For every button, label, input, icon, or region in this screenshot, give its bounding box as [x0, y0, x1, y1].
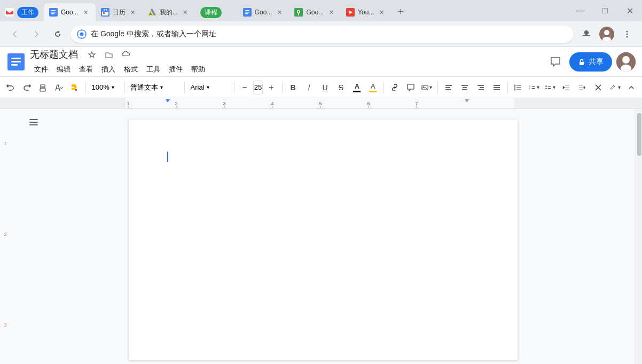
svg-point-47 — [545, 88, 546, 89]
bold-button[interactable]: B — [285, 80, 300, 95]
text-color-button[interactable]: A — [349, 80, 364, 95]
page-num-2: 2 — [0, 232, 11, 237]
menu-format[interactable]: 格式 — [120, 62, 142, 76]
insert-link-button[interactable] — [387, 80, 402, 95]
profile-avatar[interactable] — [599, 27, 614, 42]
close-button[interactable]: ✕ — [617, 0, 642, 21]
tab-calendar-close[interactable]: ✕ — [129, 8, 137, 17]
tab-goo2-close[interactable]: ✕ — [275, 8, 284, 17]
tab-drive[interactable]: 我的... ✕ — [143, 3, 195, 21]
tab-bar: 工作 Goo... ✕ — [0, 0, 642, 21]
cloud-save-button[interactable] — [119, 48, 134, 62]
zoom-select[interactable]: 100% ▾ — [89, 81, 121, 94]
star-button[interactable] — [84, 48, 99, 62]
comment-button[interactable] — [546, 52, 565, 72]
svg-rect-4 — [51, 13, 54, 14]
docs-menu: 文件 编辑 查看 插入 格式 工具 插件 帮助 — [30, 62, 542, 76]
doc-scroll-area[interactable] — [11, 109, 636, 364]
document-title[interactable]: 无标题文档 — [30, 49, 78, 61]
indent-decrease-button[interactable] — [559, 80, 574, 95]
forward-button[interactable] — [28, 26, 45, 43]
chrome-menu-button[interactable] — [618, 26, 636, 43]
divider-2 — [124, 82, 125, 93]
font-select[interactable]: Arial ▾ — [188, 81, 231, 94]
align-left-button[interactable] — [441, 80, 456, 95]
address-input-wrap[interactable]: 在 Google 中搜索，或者输入一个网址 — [71, 26, 574, 43]
tab-maps-close[interactable]: ✕ — [327, 8, 335, 17]
tab-goo2[interactable]: Goo... ✕ — [238, 3, 289, 21]
redo-button[interactable] — [19, 80, 34, 95]
decrease-font-button[interactable]: − — [237, 80, 252, 95]
tab-course[interactable]: 课程 — [195, 3, 238, 21]
align-center-button[interactable] — [457, 80, 472, 95]
undo-button[interactable] — [3, 80, 18, 95]
print-button[interactable] — [35, 80, 50, 95]
docs-appbar-right: 共享 — [546, 52, 636, 72]
back-button[interactable] — [6, 26, 24, 43]
svg-rect-35 — [580, 62, 584, 65]
tab-docs[interactable]: Goo... ✕ — [44, 3, 96, 21]
chrome-menu-icon — [622, 29, 632, 39]
insert-comment-button[interactable] — [403, 80, 418, 95]
menu-edit[interactable]: 编辑 — [52, 62, 75, 76]
menu-plugins[interactable]: 插件 — [165, 62, 187, 76]
font-size-display[interactable]: 25 — [253, 81, 263, 94]
increase-font-button[interactable]: + — [264, 80, 279, 95]
clear-format-button[interactable] — [591, 80, 606, 95]
tab-gmail[interactable]: 工作 — [0, 3, 44, 21]
svg-rect-7 — [102, 10, 108, 12]
menu-help[interactable]: 帮助 — [187, 62, 209, 76]
move-to-folder-button[interactable] — [101, 48, 116, 62]
page-number-column: 1 2 3 — [0, 109, 11, 364]
italic-button[interactable]: I — [301, 80, 316, 95]
font-value: Arial — [191, 83, 205, 91]
expand-toolbar-button[interactable] — [624, 80, 639, 95]
document-page[interactable] — [129, 120, 518, 360]
zoom-value: 100% — [92, 83, 109, 91]
align-justify-button[interactable] — [489, 80, 504, 95]
minimize-button[interactable]: — — [568, 0, 593, 21]
menu-file[interactable]: 文件 — [30, 62, 52, 76]
menu-tools[interactable]: 工具 — [142, 62, 165, 76]
tab-youtube[interactable]: You... ✕ — [341, 3, 391, 21]
indent-increase-button[interactable] — [575, 80, 590, 95]
browser-frame: 工作 Goo... ✕ — [0, 0, 642, 364]
window-controls: — □ ✕ — [568, 0, 642, 21]
tab-docs-close[interactable]: ✕ — [82, 8, 90, 17]
image-chevron-icon: ▾ — [429, 84, 432, 90]
divider-4 — [234, 82, 234, 93]
address-text: 在 Google 中搜索，或者输入一个网址 — [91, 29, 567, 39]
editing-mode-button[interactable]: ▾ — [608, 80, 623, 95]
numbered-list-button[interactable]: 1.2. ▾ — [527, 80, 542, 95]
paint-format-button[interactable] — [67, 80, 82, 95]
style-chevron-icon: ▾ — [160, 84, 163, 90]
insert-image-button[interactable]: ▾ — [419, 80, 434, 95]
align-right-button[interactable] — [473, 80, 488, 95]
maximize-button[interactable]: □ — [593, 0, 617, 21]
tab-youtube-close[interactable]: ✕ — [377, 8, 386, 17]
tab-calendar[interactable]: 日历 ✕ — [96, 3, 143, 21]
svg-rect-8 — [104, 9, 105, 11]
tab-maps[interactable]: Goo... ✕ — [289, 3, 341, 21]
outline-toggle[interactable] — [26, 114, 42, 130]
underline-button[interactable]: U — [317, 80, 332, 95]
scrollbar-thumb[interactable] — [637, 113, 641, 156]
extensions-button[interactable] — [578, 26, 595, 43]
highlight-button[interactable]: A — [365, 80, 380, 95]
share-button[interactable]: 共享 — [569, 52, 612, 72]
user-avatar[interactable] — [616, 52, 636, 72]
numbered-list-chevron-icon: ▾ — [537, 84, 539, 90]
menu-view[interactable]: 查看 — [75, 62, 97, 76]
new-tab-button[interactable]: + — [393, 4, 408, 19]
strikethrough-button[interactable]: S — [333, 80, 348, 95]
style-select[interactable]: 普通文本 ▾ — [128, 81, 181, 94]
vertical-scrollbar[interactable] — [636, 109, 642, 364]
svg-rect-2 — [51, 10, 56, 11]
menu-insert[interactable]: 插入 — [97, 62, 120, 76]
tab-drive-close[interactable]: ✕ — [181, 8, 190, 17]
reload-button[interactable] — [49, 26, 66, 43]
line-spacing-button[interactable] — [511, 80, 526, 95]
spell-check-button[interactable] — [51, 80, 66, 95]
bullet-list-button[interactable]: ▾ — [543, 80, 558, 95]
svg-rect-17 — [245, 13, 248, 14]
